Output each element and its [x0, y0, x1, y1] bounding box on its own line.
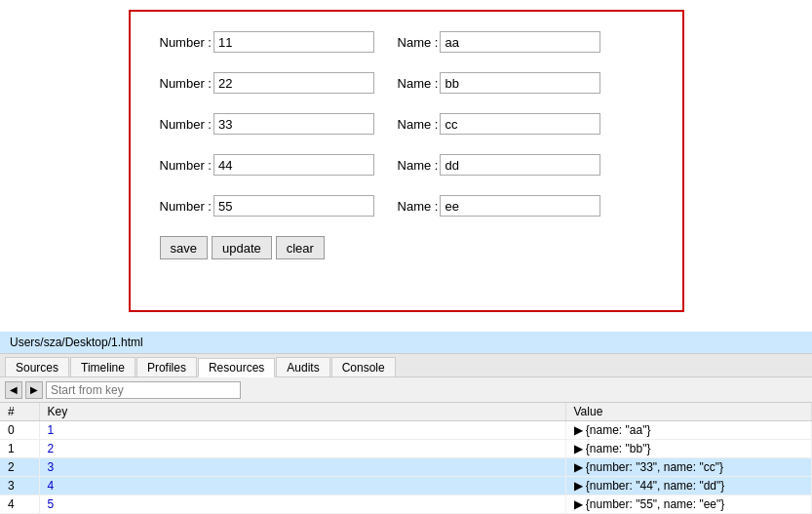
key-search-input[interactable]: [46, 381, 241, 399]
cell-value: ▶ {number: "33", name: "cc"}: [565, 458, 812, 477]
cell-value: ▶ {number: "44", name: "dd"}: [565, 477, 812, 495]
name-input-2[interactable]: [440, 113, 600, 135]
number-label-0: Number :: [160, 35, 212, 50]
name-input-0[interactable]: [440, 31, 600, 53]
tab-timeline[interactable]: Timeline: [70, 357, 135, 376]
devtools-toolbar: ◀ ▶: [0, 377, 812, 403]
devtools-panel: Sources Timeline Profiles Resources Audi…: [0, 353, 812, 514]
clear-button[interactable]: clear: [276, 236, 325, 259]
tab-console[interactable]: Console: [331, 357, 396, 376]
name-input-3[interactable]: [440, 154, 600, 176]
tab-profiles[interactable]: Profiles: [136, 357, 197, 376]
number-input-0[interactable]: [213, 31, 374, 53]
button-row: save update clear: [160, 236, 653, 259]
update-button[interactable]: update: [212, 236, 272, 259]
table-row[interactable]: 1 2 ▶ {name: "bb"}: [0, 440, 812, 458]
data-table: # Key Value 0 1 ▶ {name: "aa"} 1 2 ▶ {na…: [0, 403, 812, 514]
app-container: Number : Name : Number : Name : Number :…: [0, 0, 812, 514]
cell-key: 4: [39, 477, 565, 495]
form-row-0: Number : Name :: [160, 31, 653, 53]
table-header-row: # Key Value: [0, 403, 812, 421]
cell-key: 1: [39, 421, 565, 440]
devtools-tabs: Sources Timeline Profiles Resources Audi…: [0, 354, 812, 377]
cell-value: ▶ {name: "bb"}: [565, 440, 812, 458]
number-input-3[interactable]: [213, 154, 374, 176]
address-url: Users/sza/Desktop/1.html: [10, 336, 143, 349]
name-input-1[interactable]: [440, 72, 600, 94]
number-label-3: Number :: [160, 158, 212, 173]
cell-key: 5: [39, 495, 565, 514]
tab-sources[interactable]: Sources: [5, 357, 69, 376]
col-header-hash: #: [0, 403, 39, 421]
cell-index: 3: [0, 477, 39, 495]
table-row[interactable]: 2 3 ▶ {number: "33", name: "cc"}: [0, 458, 812, 477]
table-container: # Key Value 0 1 ▶ {name: "aa"} 1 2 ▶ {na…: [0, 403, 812, 514]
tab-audits[interactable]: Audits: [276, 357, 329, 376]
number-label-1: Number :: [160, 76, 212, 91]
number-input-4[interactable]: [213, 195, 374, 217]
col-header-value: Value: [565, 403, 812, 421]
cell-key: 2: [39, 440, 565, 458]
cell-key: 3: [39, 458, 565, 477]
name-label-2: Name :: [394, 117, 439, 132]
name-input-4[interactable]: [440, 195, 600, 217]
form-row-1: Number : Name :: [160, 72, 653, 94]
cell-value: ▶ {name: "aa"}: [565, 421, 812, 440]
form-row-4: Number : Name :: [160, 195, 653, 217]
table-row[interactable]: 0 1 ▶ {name: "aa"}: [0, 421, 812, 440]
name-label-1: Name :: [394, 76, 439, 91]
form-row-2: Number : Name :: [160, 113, 653, 135]
number-label-4: Number :: [160, 199, 212, 214]
name-label-4: Name :: [394, 199, 439, 214]
address-bar: Users/sza/Desktop/1.html: [0, 332, 812, 353]
form-row-3: Number : Name :: [160, 154, 653, 176]
table-row[interactable]: 4 5 ▶ {number: "55", name: "ee"}: [0, 495, 812, 514]
name-label-3: Name :: [394, 158, 439, 173]
save-button[interactable]: save: [160, 236, 208, 259]
prev-button[interactable]: ◀: [5, 381, 22, 399]
col-header-key: Key: [39, 403, 565, 421]
next-button[interactable]: ▶: [25, 381, 43, 399]
number-input-1[interactable]: [213, 72, 374, 94]
table-row[interactable]: 3 4 ▶ {number: "44", name: "dd"}: [0, 477, 812, 495]
cell-index: 2: [0, 458, 39, 477]
form-panel: Number : Name : Number : Name : Number :…: [129, 10, 684, 312]
devtools-content: ◀ ▶ # Key Value 0 1 ▶ {name:: [0, 377, 812, 514]
cell-index: 0: [0, 421, 39, 440]
cell-index: 1: [0, 440, 39, 458]
top-area: Number : Name : Number : Name : Number :…: [0, 0, 812, 332]
number-input-2[interactable]: [213, 113, 374, 135]
name-label-0: Name :: [394, 35, 439, 50]
tab-resources[interactable]: Resources: [198, 358, 275, 377]
cell-index: 4: [0, 495, 39, 514]
number-label-2: Number :: [160, 117, 212, 132]
cell-value: ▶ {number: "55", name: "ee"}: [565, 495, 812, 514]
